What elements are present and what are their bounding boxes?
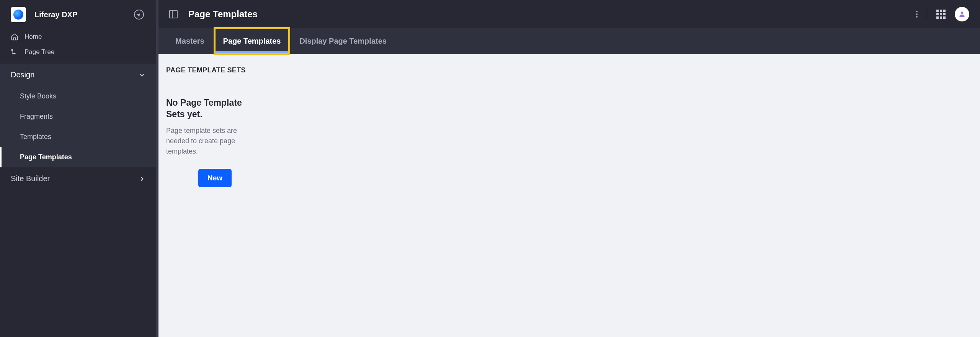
topbar-actions [916, 7, 969, 21]
tabs: Masters Page Templates Display Page Temp… [158, 28, 980, 54]
apps-grid-icon[interactable] [936, 10, 946, 19]
nav-home-label: Home [24, 33, 42, 41]
chevron-right-icon [139, 175, 145, 182]
content: PAGE TEMPLATE SETS No Page Template Sets… [158, 54, 980, 337]
section-design-title: Design [11, 70, 139, 79]
section-design: Design Style Books Fragments Templates P… [0, 64, 156, 167]
subnav-fragments[interactable]: Fragments [0, 106, 156, 127]
chevron-down-icon [139, 72, 145, 79]
panel-toggle-icon[interactable] [169, 10, 178, 18]
kebab-menu-icon[interactable] [916, 11, 918, 18]
divider [927, 9, 927, 19]
tab-page-templates[interactable]: Page Templates [214, 27, 291, 55]
svg-point-2 [961, 11, 964, 14]
svg-rect-1 [14, 53, 15, 54]
content-heading: PAGE TEMPLATE SETS [166, 66, 972, 74]
subnav-style-books[interactable]: Style Books [0, 86, 156, 106]
svg-rect-0 [11, 49, 13, 51]
app-title: Liferay DXP [34, 10, 134, 19]
empty-state-title: No Page Template Sets yet. [166, 97, 262, 120]
empty-state-description: Page template sets are needed to create … [166, 126, 250, 157]
page-tree-icon [11, 48, 18, 56]
nav-page-tree-label: Page Tree [24, 48, 54, 56]
section-site-builder-title: Site Builder [11, 174, 139, 183]
section-design-header[interactable]: Design [0, 64, 156, 86]
topbar: Page Templates [158, 0, 980, 28]
nav-page-tree[interactable]: Page Tree [0, 44, 156, 60]
section-site-builder[interactable]: Site Builder [0, 167, 156, 190]
liferay-logo-icon [13, 10, 23, 20]
sidebar-header: Liferay DXP [0, 0, 156, 29]
main: Page Templates Masters Page Templates Di… [158, 0, 980, 337]
sidebar: Liferay DXP Home Page Tree Design Style … [0, 0, 158, 337]
subnav-page-templates[interactable]: Page Templates [0, 147, 156, 167]
tab-display-page-templates[interactable]: Display Page Templates [290, 28, 396, 54]
nav-home[interactable]: Home [0, 29, 156, 44]
home-icon [11, 33, 18, 41]
user-avatar[interactable] [955, 7, 969, 21]
compass-icon[interactable] [134, 10, 144, 20]
liferay-logo[interactable] [11, 7, 26, 22]
tab-masters[interactable]: Masters [166, 28, 214, 54]
new-button[interactable]: New [198, 169, 232, 187]
page-title: Page Templates [188, 9, 916, 20]
subnav-templates[interactable]: Templates [0, 127, 156, 147]
user-icon [958, 10, 966, 18]
